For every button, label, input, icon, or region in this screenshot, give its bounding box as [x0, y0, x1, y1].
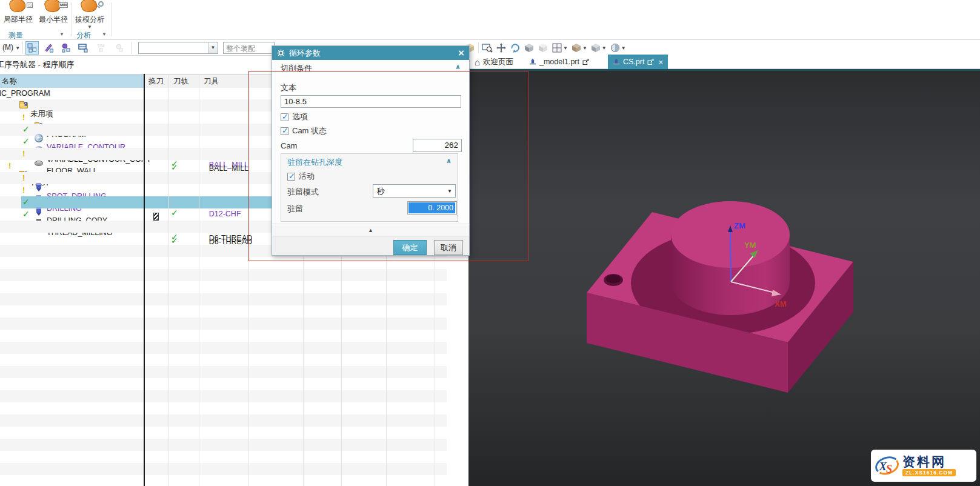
orient-view-icon[interactable]: ▼	[590, 41, 607, 55]
dwell-label: 驻留	[287, 204, 303, 215]
part-icon	[529, 58, 536, 65]
cam-field-label: Cam	[281, 141, 297, 150]
min-badge: MIN	[59, 2, 68, 8]
dialog-title-bar[interactable]: 循环参数 ×	[272, 46, 469, 60]
xs-logo-icon: X S	[875, 453, 900, 479]
move-component-icon[interactable]	[59, 41, 73, 55]
active-checkbox-label: 活动	[299, 171, 315, 182]
tab-label: CS.prt	[623, 58, 644, 66]
analysis-group-dropdown-icon[interactable]: ▼	[102, 32, 107, 37]
warning-icon: !	[22, 185, 25, 195]
collapse-section-icon[interactable]: ∧	[455, 63, 461, 71]
text-field-label: 文本	[281, 82, 296, 93]
warning-icon: !	[22, 149, 25, 158]
empty-row	[0, 402, 447, 414]
detach-window-icon[interactable]	[582, 59, 589, 65]
watermark-site-url: ZL.XS1616.COM	[902, 469, 956, 476]
draft-analysis-icon	[80, 0, 99, 14]
y-axis-label: YM	[744, 241, 756, 250]
section-view-icon[interactable]: ▼	[610, 41, 626, 55]
assembly-scope-field[interactable]: 整个装配	[223, 42, 275, 54]
chevron-down-icon[interactable]: ▼	[208, 42, 218, 53]
dwell-mode-label: 驻留模式	[287, 187, 319, 198]
dialog-close-button[interactable]: ×	[458, 48, 464, 58]
fit-view-icon[interactable]	[482, 41, 493, 55]
detach-window-icon[interactable]	[647, 59, 654, 65]
chevron-down-icon: ▼	[15, 45, 20, 51]
selection-scope-combo[interactable]: ▼	[138, 42, 218, 54]
wireframe-view-icon[interactable]	[538, 41, 548, 55]
graphics-viewport[interactable]: ZM YM XM	[468, 69, 980, 486]
watermark-site-name: 资料网	[902, 455, 946, 468]
text-input[interactable]: 10-8.5	[281, 95, 461, 108]
measure-group-dropdown-icon[interactable]: ▼	[59, 32, 64, 37]
operation-name[interactable]: NC_PROGRAM	[0, 89, 50, 98]
cutting-condition-section-label: 切削条件	[281, 63, 312, 74]
collapse-group-icon[interactable]: ∧	[446, 157, 452, 165]
empty-row	[0, 330, 447, 342]
column-header-tool-change[interactable]: 换刀	[144, 75, 168, 88]
active-checkbox[interactable]: ✓	[287, 173, 295, 181]
dwell-value-input[interactable]: 0. 2000	[407, 201, 457, 215]
empty-row	[0, 293, 447, 305]
empty-row	[0, 281, 447, 293]
chevron-down-icon[interactable]: ▼	[563, 45, 568, 51]
edit-component-icon[interactable]	[42, 41, 56, 55]
chevron-down-icon[interactable]: ▼	[582, 45, 587, 51]
shaded-view-icon[interactable]	[524, 41, 535, 55]
tab-csprt[interactable]: CS.prt×	[608, 55, 668, 69]
menu-m-button[interactable]: (M) ▼	[2, 43, 20, 52]
local-radius-label: 局部半径	[1, 15, 35, 25]
assembly-constraints-icon[interactable]	[76, 41, 90, 55]
part-tab-bar: ⌂欢迎页面_model1.prtCS.prt×	[468, 55, 980, 69]
z-axis[interactable]	[730, 231, 731, 282]
chevron-down-icon[interactable]: ▼	[621, 45, 626, 51]
empty-row	[0, 414, 447, 427]
gear-icon	[277, 49, 285, 57]
draft-analysis-label: 拔模分析	[73, 15, 107, 25]
tab-欢迎页面[interactable]: ⌂欢迎页面	[470, 55, 518, 69]
magnifier-icon	[98, 1, 104, 7]
cycle-parameters-dialog: 循环参数 × 切削条件 ∧ 文本 10-8.5 ✓ 选项 ✓ Cam 状态 Ca…	[272, 45, 470, 256]
application-window: ◳ 局部半径 MIN 最小半径 拔模分析 ▼ 测量 ▼ 分析 ▼ (M) ▼ 1…	[0, 0, 980, 486]
cam-status-checkbox-row[interactable]: ✓ Cam 状态	[281, 125, 327, 136]
view-layout-icon[interactable]: ▼	[552, 41, 568, 55]
chevron-down-icon[interactable]: ▼	[73, 25, 107, 30]
local-radius-icon	[8, 0, 27, 14]
ok-button[interactable]: 确定	[393, 240, 427, 255]
sequence-icon[interactable]	[113, 41, 126, 55]
view-toolbar-icons: ▼▼▼▼	[464, 41, 626, 55]
measure-group-label: 测量	[8, 30, 23, 41]
column-header-tool-path[interactable]: 刀轨	[168, 75, 199, 88]
empty-row	[0, 439, 447, 451]
cancel-button[interactable]: 取消	[434, 240, 463, 255]
z-axis-label: ZM	[734, 221, 745, 230]
dwell-mode-dropdown[interactable]: 秒 ▼	[373, 184, 456, 198]
chevron-down-icon: ▼	[447, 188, 452, 194]
local-radius-button[interactable]: ◳ 局部半径	[1, 0, 35, 25]
watermark: X S 资料网 ZL.XS1616.COM	[871, 450, 976, 482]
empty-row	[0, 390, 447, 402]
empty-row	[0, 475, 447, 486]
dialog-collapse-strip[interactable]: ▲	[272, 224, 469, 236]
empty-row	[0, 318, 447, 330]
option-checkbox[interactable]: ✓	[281, 113, 288, 121]
pan-view-icon[interactable]	[496, 41, 507, 55]
wave-geometry-icon[interactable]: 154	[96, 41, 109, 55]
assembly-navigator-icon[interactable]	[25, 41, 39, 55]
tab-model1prt[interactable]: _model1.prt	[524, 55, 594, 69]
min-radius-button[interactable]: MIN 最小半径	[36, 0, 70, 25]
render-style-icon[interactable]: ▼	[571, 41, 587, 55]
active-checkbox-row[interactable]: ✓ 活动	[287, 171, 315, 182]
close-tab-icon[interactable]: ×	[658, 58, 663, 67]
draft-analysis-button[interactable]: 拔模分析 ▼	[73, 0, 107, 30]
rotate-view-icon[interactable]	[510, 41, 521, 55]
cam-status-checkbox[interactable]: ✓	[281, 127, 288, 135]
cam-value-input[interactable]: 262	[413, 139, 462, 152]
option-checkbox-row[interactable]: ✓ 选项	[281, 112, 308, 122]
chevron-down-icon[interactable]: ▼	[602, 45, 607, 51]
column-header-name[interactable]: 名称	[0, 75, 144, 88]
warning-icon: !	[22, 113, 25, 122]
dwell-group-title: 驻留在钻孔深度	[287, 157, 342, 168]
group-divider	[72, 2, 72, 36]
